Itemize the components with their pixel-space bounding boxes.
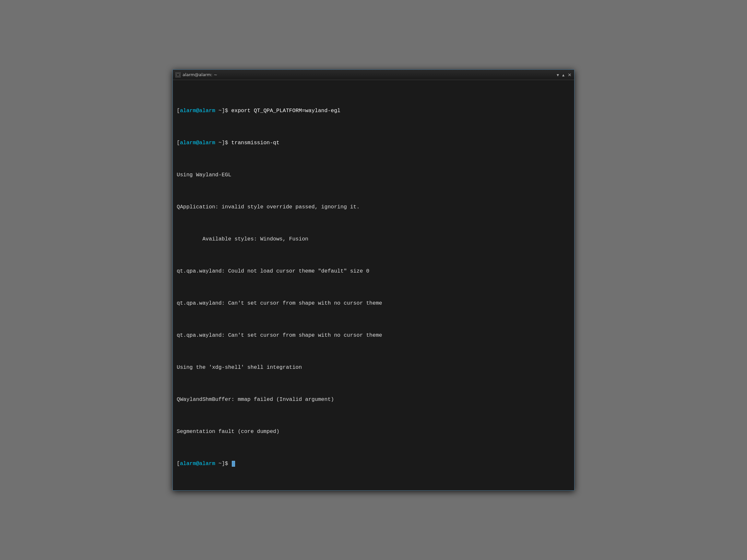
line-6: qt.qpa.wayland: Could not load cursor th… [177, 267, 570, 275]
line-12-prompt: [alarm@alarm ~]$ [177, 460, 570, 468]
terminal-window: alarm@alarm: ~ ▾ ▴ ✕ [alarm@alarm ~]$ ex… [173, 69, 574, 491]
line-7: qt.qpa.wayland: Can't set cursor from sh… [177, 299, 570, 308]
line-11: Segmentation fault (core dumped) [177, 428, 570, 436]
terminal-output: [alarm@alarm ~]$ export QT_QPA_PLATFORM=… [177, 83, 570, 484]
minimize-button[interactable]: ▾ [557, 73, 559, 77]
terminal-icon [175, 72, 181, 77]
line-1: [alarm@alarm ~]$ export QT_QPA_PLATFORM=… [177, 107, 570, 115]
title-bar-controls: ▾ ▴ ✕ [557, 73, 572, 77]
line-8: qt.qpa.wayland: Can't set cursor from sh… [177, 331, 570, 340]
title-bar: alarm@alarm: ~ ▾ ▴ ✕ [173, 70, 574, 80]
title-text: alarm@alarm: ~ [183, 72, 217, 77]
line-3: Using Wayland-EGL [177, 171, 570, 179]
desktop: alarm@alarm: ~ ▾ ▴ ✕ [alarm@alarm ~]$ ex… [0, 0, 747, 560]
cursor [232, 461, 235, 466]
line-10: QWaylandShmBuffer: mmap failed (Invalid … [177, 396, 570, 404]
maximize-button[interactable]: ▴ [562, 73, 564, 77]
close-button[interactable]: ✕ [568, 73, 572, 77]
line-2: [alarm@alarm ~]$ transmission-qt [177, 139, 570, 147]
title-bar-left: alarm@alarm: ~ [175, 72, 217, 77]
terminal-body[interactable]: [alarm@alarm ~]$ export QT_QPA_PLATFORM=… [173, 80, 574, 490]
line-4: QApplication: invalid style override pas… [177, 203, 570, 211]
line-5: Available styles: Windows, Fusion [177, 235, 570, 243]
line-9: Using the 'xdg-shell' shell integration [177, 364, 570, 372]
